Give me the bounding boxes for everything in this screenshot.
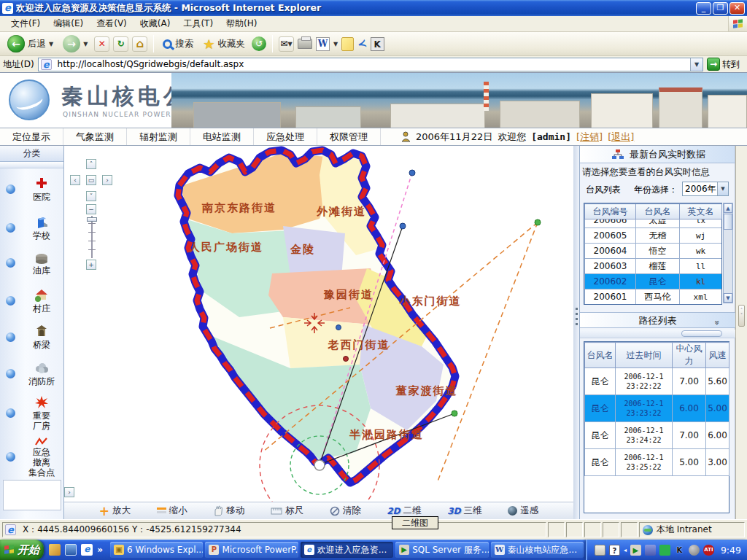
collapse-tray-icon[interactable]: ◂ — [624, 547, 627, 553]
typhoon-row[interactable]: 200604悟空wk — [585, 244, 722, 259]
clear-tool[interactable]: 清除 — [330, 505, 361, 517]
pan-up-button[interactable]: ˄ — [86, 159, 96, 169]
sidebar-item-village[interactable]: 村庄 — [22, 288, 61, 314]
pan-down-button[interactable]: ˅ — [86, 191, 96, 201]
grip-handle[interactable] — [681, 330, 722, 337]
close-button[interactable]: ✕ — [729, 2, 745, 15]
zoom-slider[interactable] — [88, 216, 96, 258]
refresh-button[interactable]: ↻ — [113, 36, 128, 52]
scroll-thumb[interactable] — [724, 214, 732, 230]
menu-file[interactable]: 文件(F) — [4, 16, 47, 31]
search-button[interactable]: 搜索 — [160, 36, 196, 52]
help-tray-icon[interactable]: ? — [609, 545, 620, 556]
path-row-selected[interactable]: 昆仑2006-12-1 23:23:226.005.00 — [585, 395, 729, 422]
collapse-chevrons-icon[interactable]: » — [709, 320, 724, 325]
pan-right-button[interactable]: › — [102, 175, 112, 185]
ati-tray-icon[interactable]: ATI — [703, 545, 714, 556]
menu-tools[interactable]: 工具(T) — [177, 16, 220, 31]
menu-favorites[interactable]: 收藏(A) — [133, 16, 177, 31]
minimize-button[interactable]: _ — [696, 2, 711, 15]
sidebar-item-assembly-point[interactable]: 应急 撤离 集合点 — [22, 436, 61, 478]
path-list-grip[interactable] — [580, 330, 735, 338]
tab-station[interactable]: 电站监测 — [190, 128, 254, 145]
quicklaunch-ie-icon[interactable]: e — [81, 544, 93, 556]
home-button[interactable]: ⌂ — [132, 36, 147, 52]
tab-radiation[interactable]: 辐射监测 — [127, 128, 190, 145]
start-button[interactable]: 开始 — [0, 540, 44, 560]
stop-button[interactable]: ✕ — [94, 36, 109, 52]
path-row[interactable]: 昆仑2006-12-1 23:24:227.006.00 — [585, 422, 729, 449]
quicklaunch-overflow[interactable]: » — [97, 545, 103, 555]
typhoon-row[interactable]: 200601西马伦xml — [585, 289, 722, 305]
tab-emergency[interactable]: 应急处理 — [254, 128, 317, 145]
menu-help[interactable]: 帮助(H) — [220, 16, 263, 31]
zoom-in-tool[interactable]: +放大 — [99, 505, 131, 517]
zoom-slider-handle[interactable] — [87, 217, 97, 222]
view-2d-tool[interactable]: 2D二维 — [387, 505, 421, 517]
page-scrollbar[interactable]: ˄˅ — [735, 146, 747, 519]
sidebar-item-fire-station[interactable]: 消防所 — [22, 361, 61, 386]
view-3d-tool[interactable]: 3D三维 — [447, 505, 481, 517]
history-button[interactable]: ↺ — [252, 36, 266, 51]
menu-view[interactable]: 查看(V) — [90, 16, 133, 31]
taskbar-button-ie-active[interactable]: e 欢迎进入应急资... — [301, 542, 393, 558]
ruler-tool[interactable]: 标尺 — [271, 505, 303, 517]
full-extent-button[interactable]: ▭ — [86, 175, 96, 185]
zoom-out-tool[interactable]: 缩小 — [157, 505, 187, 517]
address-dropdown-button[interactable]: ▼ — [690, 58, 703, 71]
path-row[interactable]: 昆仑2006-12-1 23:22:227.005.60 — [585, 368, 729, 395]
typhoon-table-scrollbar[interactable]: ▲ ▼ — [723, 203, 733, 303]
print-button[interactable] — [298, 39, 312, 49]
back-button[interactable]: ← 后退▼ — [4, 34, 56, 54]
forward-button[interactable]: →▼ — [60, 34, 90, 54]
taskbar-button-powerpoint[interactable]: P Microsoft PowerP... — [205, 542, 298, 558]
tab-positioning[interactable]: 定位显示 — [0, 128, 63, 145]
path-list-header[interactable]: 路径列表 » — [580, 312, 735, 328]
network-grid-tray-icon[interactable] — [659, 545, 670, 556]
logout-link[interactable]: [注销] — [576, 131, 603, 144]
sidebar-item-key-plant[interactable]: 重要 厂房 — [22, 395, 61, 431]
address-input[interactable]: e http://localhost/QSgridwebgis/default.… — [38, 58, 703, 71]
typhoon-row[interactable]: 200605无稽wj — [585, 228, 722, 244]
sidebar-item-bridge[interactable]: 桥梁 — [22, 324, 61, 350]
sidebar-item-school[interactable]: 学校 — [22, 215, 61, 241]
keyboard-tray-icon[interactable] — [595, 545, 605, 556]
scroll-grip[interactable]: ˄˅ — [738, 305, 745, 327]
taskbar-button-word[interactable]: W 秦山核电站应急... — [491, 542, 584, 558]
edit-word-button[interactable]: W — [316, 37, 330, 51]
menu-edit[interactable]: 编辑(E) — [47, 16, 90, 31]
pan-tool[interactable]: 移动 — [213, 505, 244, 517]
quicklaunch-pen-icon[interactable] — [49, 544, 61, 556]
maximize-button[interactable]: ❐ — [713, 2, 728, 15]
sidebar-item-oil-depot[interactable]: 油库 — [22, 250, 61, 276]
sql-tray-icon[interactable]: ▶ — [630, 545, 641, 556]
sidebar-item-hospital[interactable]: 医院 — [22, 176, 61, 202]
display-tray-icon[interactable] — [645, 545, 656, 556]
tab-permissions[interactable]: 权限管理 — [317, 128, 381, 145]
zoom-in-pad-button[interactable]: + — [86, 260, 96, 270]
favorites-button[interactable]: ★ 收藏夹 — [200, 35, 248, 53]
volume-tray-icon[interactable] — [689, 545, 700, 556]
year-select[interactable]: 2006年 ▼ — [682, 182, 729, 196]
go-button[interactable]: → 转到 — [707, 58, 744, 71]
taskbar-button-explorer-group[interactable]: ▣ 6 Windows Expl... ▼ — [110, 542, 203, 558]
kaspersky-button[interactable]: K — [371, 37, 384, 51]
tab-weather[interactable]: 气象监测 — [63, 128, 127, 145]
kaspersky-tray-icon[interactable]: K — [674, 545, 685, 556]
messenger-bird-icon[interactable]: ≺ — [356, 36, 368, 52]
discuss-button[interactable] — [341, 37, 354, 51]
remote-sensing-tool[interactable]: 遥感 — [508, 505, 538, 517]
scroll-up-icon[interactable]: ▲ — [724, 203, 732, 213]
path-row[interactable]: 昆仑2006-12-1 23:25:225.003.00 — [585, 449, 729, 476]
scroll-down-icon[interactable]: ▼ — [724, 293, 732, 303]
typhoon-row[interactable]: 200603榴莲ll — [585, 259, 722, 274]
typhoon-row[interactable]: 200606太虚tx — [585, 219, 722, 228]
typhoon-row-selected[interactable]: 200602昆仑kl — [585, 274, 722, 289]
panel-splitter[interactable] — [573, 146, 580, 519]
map-viewport[interactable]: 南京东路街道 外滩街道 人民广场街道 金陵 豫园街道 小东门街道 老西门街道 董… — [64, 146, 573, 519]
zoom-out-pad-button[interactable]: − — [86, 204, 96, 214]
show-desktop-icon[interactable] — [65, 544, 77, 556]
taskbar-button-sql-server[interactable]: ▶ SQL Server 服务... — [395, 542, 488, 558]
chevron-down-icon[interactable]: ▼ — [717, 182, 728, 195]
sidebar-expand-button[interactable]: › — [64, 487, 74, 497]
